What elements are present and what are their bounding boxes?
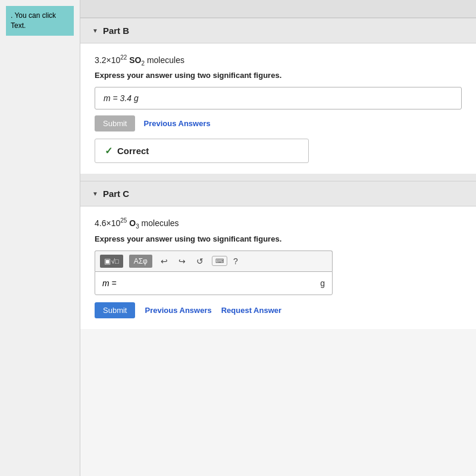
top-bar <box>80 0 476 18</box>
toolbar-reload-button[interactable]: ↺ <box>194 255 206 267</box>
toolbar-undo-button[interactable]: ↩ <box>158 255 170 267</box>
part-c-action-row: Submit Previous Answers Request Answer <box>95 302 462 318</box>
part-b-answer-box: m = 3.4 g <box>95 87 462 109</box>
part-c-section: ▼ Part C 4.6×1025 O3 molecules Express y… <box>80 181 476 328</box>
part-c-input-label: m = <box>102 278 117 288</box>
part-c-previous-answers-link[interactable]: Previous Answers <box>145 306 211 315</box>
part-b-section: ▼ Part B 3.2×1022 SO2 molecules Express … <box>80 18 476 174</box>
part-b-header[interactable]: ▼ Part B <box>80 18 476 43</box>
part-b-instruction: Express your answer using two significan… <box>95 71 462 80</box>
part-b-previous-answers-link[interactable]: Previous Answers <box>143 119 210 128</box>
part-b-correct-box: ✓ Correct <box>95 139 309 163</box>
part-b-problem: 3.2×1022 SO2 molecules <box>95 54 462 66</box>
part-b-answer-value: m = 3.4 g <box>104 93 139 103</box>
part-c-request-answer-link[interactable]: Request Answer <box>221 306 281 315</box>
part-b-body: 3.2×1022 SO2 molecules Express your answ… <box>80 43 476 174</box>
section-divider <box>80 174 476 181</box>
part-c-body: 4.6×1025 O3 molecules Express your answe… <box>80 206 476 328</box>
toolbar-greek-button[interactable]: ΑΣφ <box>129 255 152 268</box>
toolbar-greek-group: ΑΣφ <box>129 255 152 268</box>
part-c-title: Part C <box>103 189 129 199</box>
toolbar-help-button[interactable]: ? <box>233 256 238 266</box>
matrix-icon: ▣ <box>104 257 111 265</box>
part-b-arrow-icon[interactable]: ▼ <box>92 27 98 34</box>
part-b-submit-button[interactable]: Submit <box>95 115 135 131</box>
part-c-math-input[interactable] <box>121 278 315 288</box>
math-input-row: m = g <box>95 271 333 295</box>
sidebar: . You can click Text. <box>0 0 80 476</box>
part-c-header[interactable]: ▼ Part C <box>80 181 476 206</box>
part-b-title: Part B <box>103 26 129 36</box>
math-input-toolbar: ▣ √□ ΑΣφ ↩ ↪ ↺ ⌨ ? <box>95 250 333 271</box>
radical-icon: √□ <box>111 258 119 265</box>
part-c-instruction: Express your answer using two significan… <box>95 234 462 243</box>
part-b-action-row: Submit Previous Answers <box>95 115 462 131</box>
toolbar-keyboard-button[interactable]: ⌨ <box>212 256 227 266</box>
toolbar-matrix-group: ▣ √□ <box>100 255 123 268</box>
toolbar-redo-button[interactable]: ↪ <box>176 255 188 267</box>
main-content: ▼ Part B 3.2×1022 SO2 molecules Express … <box>80 0 476 476</box>
part-c-arrow-icon[interactable]: ▼ <box>92 190 98 197</box>
checkmark-icon: ✓ <box>105 145 112 156</box>
part-c-input-unit: g <box>320 278 325 288</box>
part-c-submit-button[interactable]: Submit <box>95 302 135 318</box>
part-c-problem: 4.6×1025 O3 molecules <box>95 217 462 229</box>
correct-label: Correct <box>117 146 149 156</box>
sidebar-note: . You can click Text. <box>6 6 74 36</box>
toolbar-matrix-button[interactable]: ▣ √□ <box>100 255 123 268</box>
